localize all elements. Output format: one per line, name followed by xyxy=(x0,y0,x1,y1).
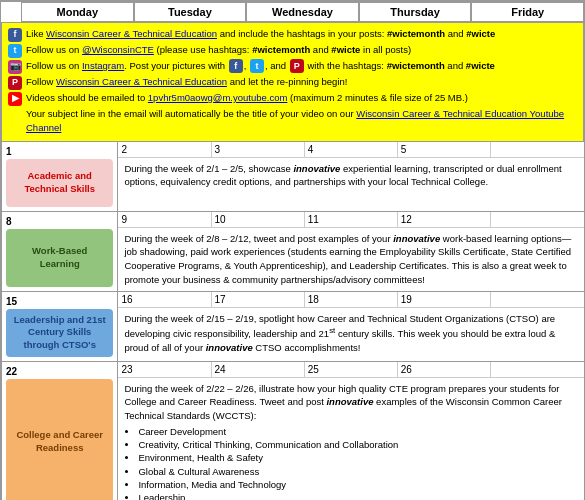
day-num-empty1 xyxy=(491,142,584,157)
week4-label-cell: 22 College and Career Readiness xyxy=(2,362,118,500)
week2-label-cell: 8 Work-Based Learning xyxy=(2,212,118,291)
week-row-3: 15 Leadership and 21st Century Skills th… xyxy=(1,292,584,362)
inline-pi-icon: P xyxy=(290,59,304,73)
youtube-row1: ▶ Videos should be emailed to 1pvhr5m0ao… xyxy=(8,91,577,106)
day-num-5: 5 xyxy=(398,142,491,157)
header-thursday: Thursday xyxy=(359,2,472,22)
facebook-icon: f xyxy=(8,28,22,42)
week3-date: 15 xyxy=(6,296,113,307)
day-num-3: 3 xyxy=(212,142,305,157)
twitter-link[interactable]: @WisconsinCTE xyxy=(82,44,154,55)
week1-label-cell: 1 Academic and Technical Skills xyxy=(2,142,118,211)
day-num-16: 16 xyxy=(118,292,211,307)
pinterest-text: Follow Wisconsin Career & Technical Educ… xyxy=(26,75,347,89)
header-wednesday: Wednesday xyxy=(246,2,359,22)
day-num-26: 26 xyxy=(398,362,491,377)
youtube-row2: Your subject line in the email will auto… xyxy=(8,107,577,136)
facebook-link[interactable]: Wisconsin Career & Technical Education xyxy=(46,28,217,39)
week3-content: During the week of 2/15 – 2/19, spotligh… xyxy=(118,308,584,359)
week2-day-nums: 9 10 11 12 xyxy=(118,212,584,228)
week4-right: 23 24 25 26 During the week of 2/22 – 2/… xyxy=(118,362,584,500)
bullet-global: Global & Cultural Awareness xyxy=(138,465,578,478)
week3-label-cell: 15 Leadership and 21st Century Skills th… xyxy=(2,292,118,361)
week-row-2: 8 Work-Based Learning 9 10 11 12 During … xyxy=(1,212,584,292)
day-num-empty4 xyxy=(491,362,584,377)
week3-label: Leadership and 21st Century Skills throu… xyxy=(6,309,113,357)
facebook-row: f Like Wisconsin Career & Technical Educ… xyxy=(8,27,577,42)
header-friday: Friday xyxy=(471,2,584,22)
instagram-link[interactable]: Instagram xyxy=(82,60,124,71)
instagram-text: Follow us on Instagram. Post your pictur… xyxy=(26,59,495,73)
day-num-17: 17 xyxy=(212,292,305,307)
day-num-empty2 xyxy=(491,212,584,227)
day-num-10: 10 xyxy=(212,212,305,227)
week4-italic: innovative xyxy=(326,396,373,407)
bullet-career-dev: Career Development xyxy=(138,425,578,438)
calendar-wrapper: Monday Tuesday Wednesday Thursday Friday… xyxy=(0,0,585,500)
youtube-email[interactable]: 1pvhr5m0aowg@m.youtube.com xyxy=(148,92,288,103)
week2-content: During the week of 2/8 – 2/12, tweet and… xyxy=(118,228,584,291)
pinterest-row: P Follow Wisconsin Career & Technical Ed… xyxy=(8,75,577,90)
youtube-text2: Your subject line in the email will auto… xyxy=(26,107,577,136)
day-num-11: 11 xyxy=(305,212,398,227)
wccts-list: Career Development Creativity, Critical … xyxy=(138,425,578,500)
day-num-24: 24 xyxy=(212,362,305,377)
week1-italic: innovative xyxy=(293,163,340,174)
bullet-environment: Environment, Health & Safety xyxy=(138,451,578,464)
day-num-4: 4 xyxy=(305,142,398,157)
week3-day-nums: 16 17 18 19 xyxy=(118,292,584,308)
week-row-4: 22 College and Career Readiness 23 24 25… xyxy=(1,362,584,500)
header-monday: Monday xyxy=(21,2,134,22)
week1-day-nums: 2 3 4 5 xyxy=(118,142,584,158)
day-num-23: 23 xyxy=(118,362,211,377)
bullet-leadership: Leadership xyxy=(138,491,578,500)
twitter-row: t Follow us on @WisconsinCTE (please use… xyxy=(8,43,577,58)
week1-label: Academic and Technical Skills xyxy=(6,159,113,207)
week-row-1: 1 Academic and Technical Skills 2 3 4 5 … xyxy=(1,142,584,212)
week2-italic: innovative xyxy=(393,233,440,244)
header-row: Monday Tuesday Wednesday Thursday Friday xyxy=(1,1,584,22)
youtube-channel-link[interactable]: Wisconsin Career & Technical Education Y… xyxy=(26,108,564,133)
instagram-icon: 📷 xyxy=(8,60,22,74)
day-num-9: 9 xyxy=(118,212,211,227)
day-num-25: 25 xyxy=(305,362,398,377)
week1-right: 2 3 4 5 During the week of 2/1 – 2/5, sh… xyxy=(118,142,584,211)
bullet-creativity: Creativity, Critical Thinking, Communica… xyxy=(138,438,578,451)
week4-label: College and Career Readiness xyxy=(6,379,113,500)
day-num-2: 2 xyxy=(118,142,211,157)
twitter-text: Follow us on @WisconsinCTE (please use h… xyxy=(26,43,411,57)
week4-date: 22 xyxy=(6,366,113,377)
week3-italic: innovative xyxy=(206,342,253,353)
week2-date: 8 xyxy=(6,216,113,227)
week3-right: 16 17 18 19 During the week of 2/15 – 2/… xyxy=(118,292,584,361)
instagram-row: 📷 Follow us on Instagram. Post your pict… xyxy=(8,59,577,74)
week4-day-nums: 23 24 25 26 xyxy=(118,362,584,378)
week1-content: During the week of 2/1 – 2/5, showcase i… xyxy=(118,158,584,194)
youtube-icon: ▶ xyxy=(8,92,22,106)
inline-tw-icon: t xyxy=(250,59,264,73)
week1-date: 1 xyxy=(6,146,113,157)
week2-label: Work-Based Learning xyxy=(6,229,113,287)
day-num-empty3 xyxy=(491,292,584,307)
day-num-18: 18 xyxy=(305,292,398,307)
social-banner: f Like Wisconsin Career & Technical Educ… xyxy=(1,22,584,142)
bullet-info-media: Information, Media and Technology xyxy=(138,478,578,491)
inline-fb-icon: f xyxy=(229,59,243,73)
pinterest-link[interactable]: Wisconsin Career & Technical Education xyxy=(56,76,227,87)
youtube-text1: Videos should be emailed to 1pvhr5m0aowg… xyxy=(26,91,468,105)
day-num-19: 19 xyxy=(398,292,491,307)
twitter-icon: t xyxy=(8,44,22,58)
header-empty xyxy=(1,2,21,22)
facebook-text: Like Wisconsin Career & Technical Educat… xyxy=(26,27,495,41)
week2-right: 9 10 11 12 During the week of 2/8 – 2/12… xyxy=(118,212,584,291)
header-tuesday: Tuesday xyxy=(134,2,247,22)
week4-content: During the week of 2/22 – 2/26, illustra… xyxy=(118,378,584,500)
day-num-12: 12 xyxy=(398,212,491,227)
pinterest-icon: P xyxy=(8,76,22,90)
